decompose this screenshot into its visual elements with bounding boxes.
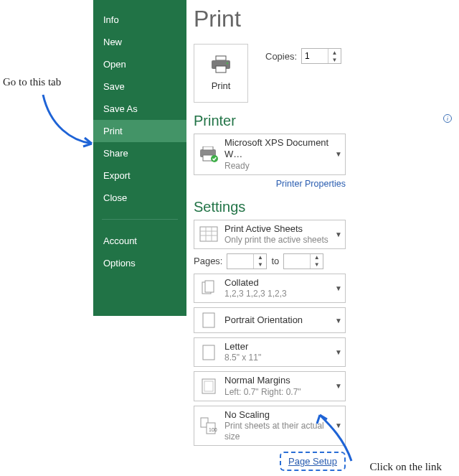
svg-rect-16 [203,345,214,360]
printer-heading: Printer [194,113,236,129]
sidebar-item-print[interactable]: Print [93,120,186,142]
backstage-sidebar: Info New Open Save Save As Print Share E… [93,0,186,316]
chevron-down-icon: ▼ [332,372,345,400]
sidebar-item-share[interactable]: Share [93,142,186,164]
copies-input[interactable] [302,49,328,63]
collated-icon [194,274,223,302]
info-icon[interactable]: i [443,114,452,123]
svg-rect-8 [200,227,217,241]
collation-line2: 1,2,3 1,2,3 1,2,3 [224,289,331,299]
pages-to-input[interactable] [284,254,310,269]
page-icon [194,338,223,366]
pages-label: Pages: [194,256,222,266]
svg-rect-0 [216,56,226,60]
printer-properties-link[interactable]: Printer Properties [276,179,346,189]
print-button[interactable]: Print [194,44,248,103]
svg-rect-5 [203,146,213,150]
sidebar-item-open[interactable]: Open [93,53,186,75]
up-icon[interactable]: ▲ [254,254,266,261]
sidebar-item-options[interactable]: Options [93,252,186,274]
paper-line2: 8.5" x 11" [224,353,331,363]
scaling-dropdown[interactable]: 100 No Scaling Print sheets at their act… [194,406,346,446]
paper-size-dropdown[interactable]: Letter 8.5" x 11" ▼ [194,337,346,367]
margins-icon [194,372,223,400]
printer-status: Ready [224,161,331,172]
svg-point-2 [227,62,229,65]
chevron-down-icon: ▼ [332,220,345,248]
sidebar-item-info[interactable]: Info [93,9,186,31]
svg-rect-14 [205,281,214,292]
sidebar-divider [102,219,178,220]
margins-line1: Normal Margins [224,375,331,386]
copies-up-icon[interactable]: ▲ [328,49,341,56]
paper-line1: Letter [224,341,331,353]
print-button-label: Print [212,80,231,91]
sidebar-item-new[interactable]: New [93,31,186,53]
pages-from-input[interactable] [227,254,253,269]
pages-to-spinner[interactable]: ▲▼ [283,253,323,269]
copies-spinner[interactable]: ▲ ▼ [301,48,341,64]
sidebar-item-account[interactable]: Account [93,230,186,252]
sidebar-item-close[interactable]: Close [93,187,186,209]
print-what-line1: Print Active Sheets [224,223,331,235]
chevron-down-icon: ▼ [332,406,345,445]
orientation-dropdown[interactable]: Portrait Orientation ▼ [194,307,346,333]
svg-rect-15 [203,313,214,327]
margins-line2: Left: 0.7" Right: 0.7" [224,387,331,398]
down-icon[interactable]: ▼ [311,261,323,269]
annotation-link: Click on the link [370,461,442,473]
print-what-dropdown[interactable]: Print Active Sheets Only print the activ… [194,220,346,249]
copies-label: Copies: [265,51,297,62]
svg-text:100: 100 [209,427,217,432]
pages-to-label: to [271,256,279,266]
sheets-icon [194,220,223,248]
settings-heading: Settings [194,199,452,215]
sidebar-item-save-as[interactable]: Save As [93,98,186,120]
down-icon[interactable]: ▼ [254,261,266,269]
portrait-icon [194,308,223,332]
pages-from-spinner[interactable]: ▲▼ [227,253,267,269]
page-title: Print [194,6,452,32]
print-what-line2: Only print the active sheets [224,235,331,246]
sidebar-item-export[interactable]: Export [93,164,186,187]
arrow-to-tab-icon [29,90,100,155]
scaling-icon: 100 [194,406,223,445]
up-icon[interactable]: ▲ [311,254,323,261]
chevron-down-icon: ▼ [332,308,345,332]
annotation-tab: Go to this tab [3,76,61,88]
chevron-down-icon: ▼ [332,338,345,366]
collation-dropdown[interactable]: Collated 1,2,3 1,2,3 1,2,3 ▼ [194,274,346,303]
chevron-down-icon: ▼ [332,134,345,174]
sidebar-item-save[interactable]: Save [93,75,186,98]
scaling-line1: No Scaling [224,409,331,421]
print-panel: Print Print Copies: ▲ ▼ [194,0,452,471]
scaling-line2: Print sheets at their actual size [224,421,331,442]
collation-line1: Collated [224,277,331,289]
page-setup-link[interactable]: Page Setup [280,452,346,471]
svg-rect-3 [216,66,226,73]
orientation-line1: Portrait Orientation [224,314,331,326]
margins-dropdown[interactable]: Normal Margins Left: 0.7" Right: 0.7" ▼ [194,371,346,401]
printer-name: Microsoft XPS Document W… [224,137,331,161]
printer-status-icon [194,134,223,174]
printer-icon [209,55,232,76]
printer-dropdown[interactable]: Microsoft XPS Document W… Ready ▼ [194,134,346,175]
copies-down-icon[interactable]: ▼ [328,56,341,63]
chevron-down-icon: ▼ [332,274,345,302]
